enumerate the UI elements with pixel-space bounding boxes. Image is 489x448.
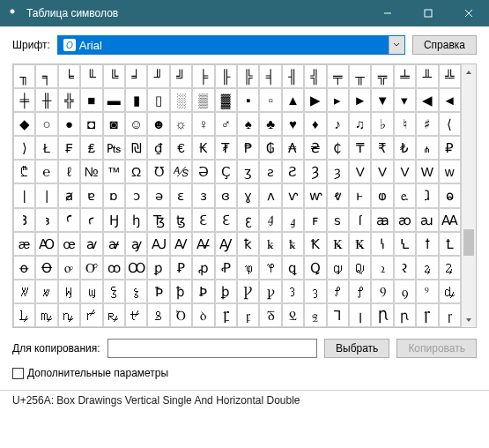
character-cell[interactable]: Ꝟ [13, 280, 35, 303]
character-cell[interactable]: ɛ [170, 183, 192, 207]
character-cell[interactable]: ꞅ [439, 303, 461, 327]
character-cell[interactable]: Ꜻ [192, 232, 214, 256]
character-cell[interactable]: ╠ [237, 64, 259, 88]
character-cell[interactable]: ☺ [125, 112, 147, 136]
character-cell[interactable]: Ꝗ [304, 256, 326, 280]
character-cell[interactable]: ╕ [35, 64, 57, 88]
character-cell[interactable]: ℧ [147, 160, 169, 183]
character-cell[interactable]: ɣ [237, 183, 259, 207]
character-cell[interactable]: ▮ [125, 88, 147, 112]
character-cell[interactable]: Ꝃ [327, 232, 349, 256]
character-cell[interactable]: ♂ [215, 112, 237, 136]
character-cell[interactable]: ɒ [103, 183, 125, 207]
character-cell[interactable]: ꜭ [282, 208, 304, 232]
character-cell[interactable]: ▸ [327, 88, 349, 112]
character-cell[interactable]: Ω [125, 160, 147, 183]
character-cell[interactable]: ꜹ [80, 232, 102, 256]
character-cell[interactable]: ╣ [304, 64, 326, 88]
character-cell[interactable]: ꝧ [215, 280, 237, 303]
character-cell[interactable]: Ł [35, 136, 57, 160]
character-cell[interactable]: Ꝧ [192, 280, 214, 303]
character-cell[interactable]: ▶ [304, 88, 326, 112]
character-cell[interactable]: ꝲ [13, 303, 35, 327]
character-cell[interactable]: Ꝉ [439, 232, 461, 256]
character-cell[interactable]: ₭ [192, 136, 214, 160]
character-cell[interactable]: Ᵹ [259, 303, 281, 327]
character-cell[interactable]: ◘ [80, 112, 102, 136]
character-cell[interactable]: Ȝ [304, 160, 326, 183]
character-cell[interactable]: ɜ [192, 183, 214, 207]
character-cell[interactable]: Ꜳ [439, 208, 461, 232]
help-button[interactable]: Справка [412, 35, 477, 55]
character-cell[interactable]: ꝩ [259, 280, 281, 303]
character-cell[interactable]: œ [58, 232, 80, 256]
character-cell[interactable]: Ꜫ [215, 208, 237, 232]
character-cell[interactable]: Ꝛ [394, 256, 416, 280]
character-cell[interactable]: Ƨ [282, 160, 304, 183]
character-cell[interactable]: ₪ [125, 136, 147, 160]
character-cell[interactable]: Ꝕ [259, 256, 281, 280]
character-cell[interactable]: ▾ [394, 88, 416, 112]
character-cell[interactable]: ƨ [259, 160, 281, 183]
character-cell[interactable]: ꝯ [394, 280, 416, 303]
character-cell[interactable]: Ꝅ [349, 232, 371, 256]
character-cell[interactable]: ꝣ [125, 280, 147, 303]
character-cell[interactable]: Ꝥ [147, 280, 169, 303]
character-cell[interactable]: ₾ [13, 160, 35, 183]
character-cell[interactable]: ₮ [215, 136, 237, 160]
character-cell[interactable]: V [349, 160, 371, 183]
character-cell[interactable]: ₽ [439, 136, 461, 160]
character-cell[interactable]: Ꝼ [215, 303, 237, 327]
character-cell[interactable]: ꝉ [416, 232, 438, 256]
character-cell[interactable]: ꝅ [282, 232, 304, 256]
character-cell[interactable]: ꜰ [304, 208, 326, 232]
scrollbar[interactable] [461, 64, 476, 327]
character-cell[interactable]: ₴ [304, 136, 326, 160]
character-cell[interactable]: ȝ [327, 160, 349, 183]
character-cell[interactable]: ♪ [327, 112, 349, 136]
character-cell[interactable]: ╦ [371, 64, 393, 88]
character-cell[interactable]: ꜻ [103, 232, 125, 256]
character-cell[interactable]: ♠ [237, 112, 259, 136]
character-cell[interactable]: ꝷ [125, 303, 147, 327]
character-cell[interactable]: ▼ [371, 88, 393, 112]
character-cell[interactable]: ꜥ [80, 208, 102, 232]
character-cell[interactable]: Ꞃ [371, 303, 393, 327]
character-cell[interactable]: w [439, 160, 461, 183]
character-cell[interactable]: Ꝯ [371, 280, 393, 303]
character-cell[interactable]: ☻ [147, 112, 169, 136]
character-cell[interactable]: ꞁ [349, 303, 371, 327]
character-cell[interactable]: ꝭ [349, 280, 371, 303]
select-button[interactable]: Выбрать [324, 339, 389, 358]
character-cell[interactable]: ʒ [237, 160, 259, 183]
font-select[interactable]: OArial [57, 35, 405, 55]
character-cell[interactable]: ♦ [304, 112, 326, 136]
character-cell[interactable]: ◄ [439, 88, 461, 112]
character-cell[interactable]: ₧ [103, 136, 125, 160]
character-cell[interactable]: ╥ [349, 64, 371, 88]
character-cell[interactable]: Ꝩ [237, 280, 259, 303]
character-cell[interactable]: Ꜭ [259, 208, 281, 232]
character-cell[interactable]: Ꝇ [394, 232, 416, 256]
character-cell[interactable]: € [170, 136, 192, 160]
character-cell[interactable]: ╢ [282, 64, 304, 88]
scroll-track[interactable] [462, 79, 476, 312]
character-cell[interactable]: ╩ [439, 64, 461, 88]
scroll-up-icon[interactable] [462, 64, 476, 79]
character-cell[interactable]: Ꜷ [147, 232, 169, 256]
character-cell[interactable]: Ꝑ [170, 256, 192, 280]
character-cell[interactable]: ⅍ [170, 160, 192, 183]
character-cell[interactable]: ⱸ [394, 183, 416, 207]
character-cell[interactable]: ℓ [58, 160, 80, 183]
character-cell[interactable]: ▫ [259, 88, 281, 112]
minimize-button[interactable] [367, 0, 408, 26]
character-cell[interactable]: ꜣ [35, 208, 57, 232]
character-cell[interactable]: ɔ [125, 183, 147, 207]
character-cell[interactable]: Ꝫ [282, 280, 304, 303]
character-cell[interactable]: ♮ [394, 112, 416, 136]
copy-input[interactable] [107, 339, 317, 358]
character-cell[interactable]: ꜫ [237, 208, 259, 232]
character-cell[interactable]: ꝏ [103, 256, 125, 280]
character-cell[interactable]: ╖ [13, 64, 35, 88]
character-cell[interactable]: ꝓ [192, 256, 214, 280]
